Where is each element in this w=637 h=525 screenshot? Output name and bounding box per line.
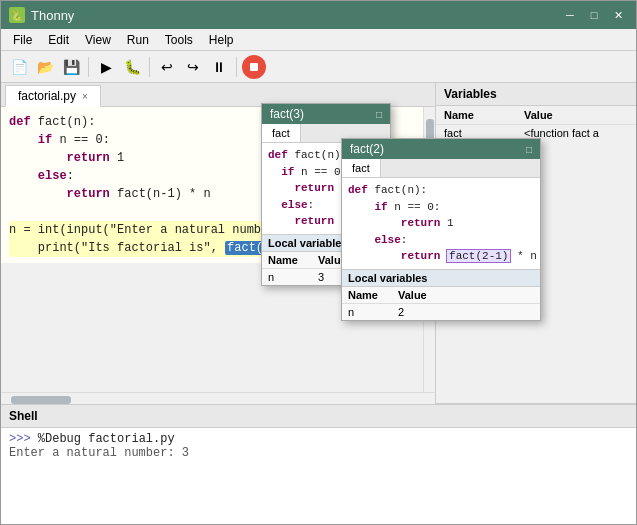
debug-close-fact3[interactable]: □ (376, 109, 382, 120)
dw2-line1: def fact(n): (348, 182, 534, 199)
menu-tools[interactable]: Tools (157, 31, 201, 49)
dw2-line5: return fact(2-1) * n (348, 248, 534, 265)
debug-var-name-fact2-n: n (348, 306, 398, 318)
title-controls: ─ □ ✕ (560, 7, 628, 23)
debug-var-value-fact2-n: 2 (398, 306, 404, 318)
menu-file[interactable]: File (5, 31, 40, 49)
debug-button[interactable]: 🐛 (120, 55, 144, 79)
dw2-line2: if n == 0: (348, 199, 534, 216)
debug-title-fact3: fact(3) □ (262, 104, 390, 124)
dw2-highlighted-call: fact(2-1) (447, 250, 510, 262)
variables-header: Name Value (436, 106, 636, 125)
shell-cmd-1: %Debug factorial.py (38, 432, 175, 446)
debug-col-name-fact2: Name (348, 289, 398, 301)
menu-bar: File Edit View Run Tools Help (1, 29, 636, 51)
debug-locals-fact2: Local variables Name Value n 2 (342, 269, 540, 320)
new-file-button[interactable]: 📄 (7, 55, 31, 79)
app-icon: 🐍 (9, 7, 25, 23)
debug-close-fact2[interactable]: □ (526, 144, 532, 155)
run-button[interactable]: ▶ (94, 55, 118, 79)
open-file-button[interactable]: 📂 (33, 55, 57, 79)
debug-var-row-fact2-n: n 2 (342, 304, 540, 320)
debug-locals-title-fact2: Local variables (342, 270, 540, 287)
debug-code-fact2: def fact(n): if n == 0: return 1 else: r… (342, 178, 540, 269)
menu-help[interactable]: Help (201, 31, 242, 49)
stop-button[interactable] (242, 55, 266, 79)
close-button[interactable]: ✕ (608, 7, 628, 23)
maximize-button[interactable]: □ (584, 7, 604, 23)
bottom-area: Shell >>> %Debug factorial.py Enter a na… (1, 404, 636, 524)
dw2-line3: return 1 (348, 215, 534, 232)
debug-tabs-fact2: fact (342, 159, 540, 178)
variables-title: Variables (436, 83, 636, 106)
debug-tab-fact2-fact[interactable]: fact (342, 159, 381, 177)
debug-title-fact2-text: fact(2) (350, 142, 384, 156)
editor-tab-factorial[interactable]: factorial.py × (5, 85, 101, 107)
shell-panel: Shell >>> %Debug factorial.py Enter a na… (1, 405, 636, 524)
toolbar-sep-2 (149, 57, 150, 77)
shell-line-2: Enter a natural number: 3 (9, 446, 628, 460)
debug-col-value-fact2: Value (398, 289, 427, 301)
debug-tab-fact3-fact[interactable]: fact (262, 124, 301, 142)
debug-var-name-fact3-n: n (268, 271, 318, 283)
shell-prompt-1: >>> (9, 432, 38, 446)
debug-title-fact2: fact(2) □ (342, 139, 540, 159)
editor-panel: factorial.py × def fact(n): if n == 0: r… (1, 83, 436, 404)
shell-content[interactable]: >>> %Debug factorial.py Enter a natural … (1, 428, 636, 524)
main-area: factorial.py × def fact(n): if n == 0: r… (1, 83, 636, 404)
menu-run[interactable]: Run (119, 31, 157, 49)
shell-title: Shell (1, 405, 636, 428)
tab-label: factorial.py (18, 89, 76, 103)
main-window: 🐍 Thonny ─ □ ✕ File Edit View Run Tools … (0, 0, 637, 525)
tab-close-icon[interactable]: × (82, 91, 88, 102)
window-title: Thonny (31, 8, 74, 23)
toolbar-sep-1 (88, 57, 89, 77)
editor-hscrollbar-thumb[interactable] (11, 396, 71, 404)
title-bar: 🐍 Thonny ─ □ ✕ (1, 1, 636, 29)
debug-locals-header-fact2: Name Value (342, 287, 540, 304)
debug-title-fact3-text: fact(3) (270, 107, 304, 121)
toolbar-sep-3 (236, 57, 237, 77)
menu-view[interactable]: View (77, 31, 119, 49)
debug-window-fact2: fact(2) □ fact def fact(n): if n == 0: r… (341, 138, 541, 321)
toolbar: 📄 📂 💾 ▶ 🐛 ↩ ↪ ⏸ (1, 51, 636, 83)
title-bar-left: 🐍 Thonny (9, 7, 74, 23)
menu-edit[interactable]: Edit (40, 31, 77, 49)
debug-var-value-fact3-n: 3 (318, 271, 324, 283)
step-into-button[interactable]: ↪ (181, 55, 205, 79)
shell-line-1: >>> %Debug factorial.py (9, 432, 628, 446)
step-out-button[interactable]: ⏸ (207, 55, 231, 79)
step-over-button[interactable]: ↩ (155, 55, 179, 79)
var-col-name-header: Name (444, 109, 524, 121)
save-file-button[interactable]: 💾 (59, 55, 83, 79)
var-col-value-header: Value (524, 109, 628, 121)
shell-output-1: Enter a natural number: 3 (9, 446, 189, 460)
dw2-line4: else: (348, 232, 534, 249)
editor-hscrollbar[interactable] (1, 392, 435, 404)
debug-col-name-fact3: Name (268, 254, 318, 266)
minimize-button[interactable]: ─ (560, 7, 580, 23)
